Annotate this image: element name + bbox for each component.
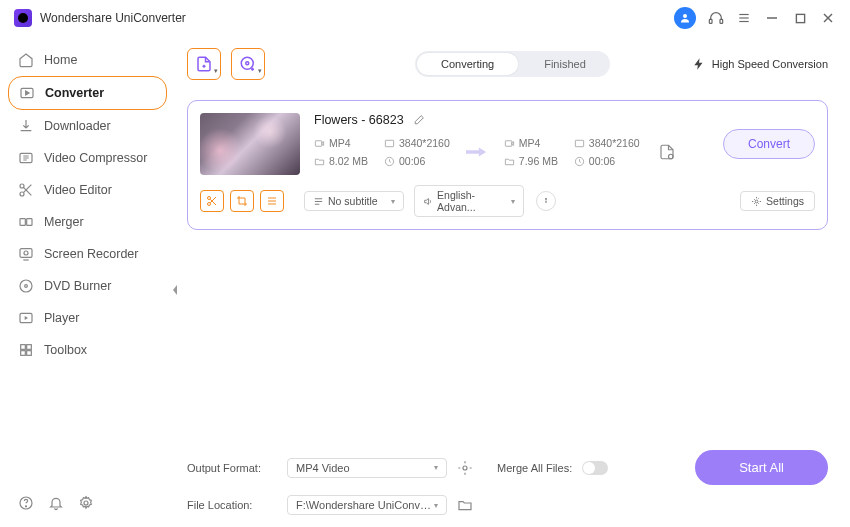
start-all-button[interactable]: Start All — [695, 450, 828, 485]
svg-rect-17 — [27, 219, 32, 226]
add-file-button[interactable]: ▾ — [187, 48, 221, 80]
info-icon — [541, 196, 551, 206]
toolbox-icon — [18, 342, 34, 358]
sidebar-item-editor[interactable]: Video Editor — [8, 174, 167, 206]
svg-rect-2 — [720, 19, 723, 23]
svg-point-12 — [20, 184, 24, 188]
tab-finished[interactable]: Finished — [520, 51, 610, 77]
chevron-down-icon: ▾ — [258, 67, 262, 75]
src-dur: 00:06 — [399, 155, 425, 167]
chevron-down-icon: ▾ — [391, 197, 395, 206]
sidebar-item-recorder[interactable]: Screen Recorder — [8, 238, 167, 270]
svg-point-44 — [208, 197, 211, 200]
output-format-select[interactable]: MP4 Video ▾ — [287, 458, 447, 478]
effect-button[interactable] — [260, 190, 284, 212]
svg-point-33 — [241, 57, 253, 69]
tab-converting[interactable]: Converting — [417, 53, 518, 75]
speaker-icon — [423, 196, 433, 207]
hamburger-icon — [737, 11, 751, 25]
format-settings-icon[interactable] — [457, 460, 473, 476]
sidebar-item-merger[interactable]: Merger — [8, 206, 167, 238]
svg-point-21 — [20, 280, 32, 292]
clock-icon — [384, 156, 395, 167]
file-plus-icon — [195, 55, 213, 73]
maximize-button[interactable] — [792, 10, 808, 26]
svg-rect-25 — [27, 345, 32, 350]
spec-col-dst2: 3840*2160 00:06 — [574, 137, 640, 167]
user-avatar-button[interactable] — [674, 7, 696, 29]
svg-rect-37 — [315, 140, 321, 146]
sidebar-collapse-button[interactable] — [170, 282, 180, 298]
subtitle-select[interactable]: No subtitle ▾ — [304, 191, 404, 211]
content-area: ▾ ▾ Converting Finished High Speed Conve… — [175, 36, 850, 527]
headset-button[interactable] — [708, 10, 724, 26]
merge-toggle[interactable] — [582, 461, 608, 475]
help-icon[interactable] — [18, 495, 34, 511]
subtitle-icon — [313, 196, 324, 207]
gear-icon — [751, 196, 762, 207]
download-icon — [18, 118, 34, 134]
svg-rect-38 — [385, 140, 393, 146]
arrow-right-icon — [466, 145, 488, 159]
output-settings-button[interactable] — [658, 143, 676, 161]
headset-icon — [708, 10, 724, 26]
svg-point-0 — [683, 14, 687, 18]
convert-label: Convert — [748, 137, 790, 151]
svg-rect-40 — [505, 140, 511, 146]
svg-point-19 — [24, 251, 28, 255]
folder-open-icon[interactable] — [457, 497, 473, 513]
sidebar-item-home[interactable]: Home — [8, 44, 167, 76]
compressor-icon — [18, 150, 34, 166]
video-thumbnail[interactable] — [200, 113, 300, 175]
sidebar-item-converter[interactable]: Converter — [8, 76, 167, 110]
svg-rect-18 — [20, 249, 32, 258]
video-icon — [504, 138, 515, 149]
sidebar-label: Merger — [44, 215, 84, 229]
video-icon — [314, 138, 325, 149]
edit-icon[interactable] — [412, 114, 425, 127]
sidebar-label: Video Compressor — [44, 151, 147, 165]
sidebar-label: Player — [44, 311, 79, 325]
gear-icon[interactable] — [78, 495, 94, 511]
chevron-down-icon: ▾ — [511, 197, 515, 206]
dvd-icon — [18, 278, 34, 294]
sidebar-item-downloader[interactable]: Downloader — [8, 110, 167, 142]
spec-col-src2: 3840*2160 00:06 — [384, 137, 450, 167]
svg-point-29 — [25, 506, 26, 507]
lightning-icon — [692, 57, 706, 71]
audio-select[interactable]: English-Advan... ▾ — [414, 185, 524, 217]
close-button[interactable] — [820, 10, 836, 26]
crop-icon — [236, 195, 248, 207]
tool-row: No subtitle ▾ English-Advan... ▾ Setting… — [200, 185, 815, 217]
outformat-value: MP4 Video — [296, 462, 350, 474]
file-location-select[interactable]: F:\Wondershare UniConverter ▾ — [287, 495, 447, 515]
hispeed-toggle[interactable]: High Speed Conversion — [692, 57, 828, 71]
svg-point-13 — [20, 192, 24, 196]
logo-group: Wondershare UniConverter — [14, 9, 186, 27]
minimize-button[interactable] — [764, 10, 780, 26]
sidebar-item-toolbox[interactable]: Toolbox — [8, 334, 167, 366]
trim-button[interactable] — [200, 190, 224, 212]
settings-button[interactable]: Settings — [740, 191, 815, 211]
info-button[interactable] — [536, 191, 556, 211]
resolution-icon — [384, 138, 395, 149]
sidebar-item-player[interactable]: Player — [8, 302, 167, 334]
spec-col-dst1: MP4 7.96 MB — [504, 137, 566, 167]
sidebar-label: Screen Recorder — [44, 247, 139, 261]
sidebar-label: Video Editor — [44, 183, 112, 197]
convert-button[interactable]: Convert — [723, 129, 815, 159]
player-icon — [18, 310, 34, 326]
hispeed-label: High Speed Conversion — [712, 58, 828, 70]
sidebar-item-compressor[interactable]: Video Compressor — [8, 142, 167, 174]
chevron-left-icon — [172, 285, 178, 295]
bell-icon[interactable] — [48, 495, 64, 511]
sidebar-item-dvd[interactable]: DVD Burner — [8, 270, 167, 302]
startall-label: Start All — [739, 460, 784, 475]
add-dvd-button[interactable]: ▾ — [231, 48, 265, 80]
sidebar-label: Home — [44, 53, 77, 67]
src-size: 8.02 MB — [329, 155, 368, 167]
converter-icon — [19, 85, 35, 101]
menu-button[interactable] — [736, 10, 752, 26]
settings-label: Settings — [766, 195, 804, 207]
crop-button[interactable] — [230, 190, 254, 212]
